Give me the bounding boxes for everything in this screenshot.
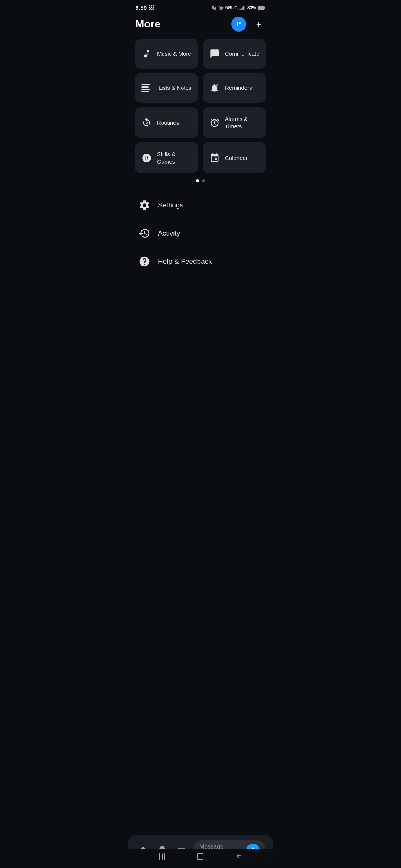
card-reminders[interactable]: Reminders xyxy=(203,73,266,103)
mute-icon xyxy=(211,5,216,10)
card-communicate-label: Communicate xyxy=(225,50,260,57)
menu-item-settings[interactable]: Settings xyxy=(136,191,265,219)
signal-icon xyxy=(239,6,245,10)
cards-grid: Music & More Communicate Lists & Notes xyxy=(128,39,273,173)
gear-icon xyxy=(138,199,150,211)
card-calendar-label: Calendar xyxy=(225,154,248,162)
network-label: 5GUC xyxy=(225,5,238,10)
alarm-icon xyxy=(209,118,220,128)
svg-rect-3 xyxy=(243,6,244,10)
svg-rect-6 xyxy=(258,6,263,9)
menu-item-activity[interactable]: Activity xyxy=(136,219,265,247)
card-routines-label: Routines xyxy=(157,119,179,126)
card-reminders-label: Reminders xyxy=(225,84,252,92)
battery-icon xyxy=(258,6,265,10)
menu-help-feedback-label: Help & Feedback xyxy=(158,257,212,266)
svg-rect-1 xyxy=(241,8,241,10)
card-music-more[interactable]: Music & More xyxy=(135,39,198,69)
skills-icon: ★ xyxy=(141,153,152,163)
card-alarms-timers[interactable]: Alarms & Timers xyxy=(203,107,266,138)
dot-2[interactable] xyxy=(202,179,205,182)
reminder-icon xyxy=(209,83,220,93)
status-bar: 9:59 🖼 5GUC 83% xyxy=(128,0,273,14)
card-routines[interactable]: Routines xyxy=(135,107,198,138)
card-lists-notes[interactable]: Lists & Notes xyxy=(135,73,198,103)
dot-1[interactable] xyxy=(196,179,199,182)
svg-rect-0 xyxy=(239,9,240,10)
svg-rect-4 xyxy=(244,6,245,10)
menu-activity-label: Activity xyxy=(158,229,180,237)
activity-icon xyxy=(138,227,150,239)
card-communicate[interactable]: Communicate xyxy=(203,39,266,69)
help-icon xyxy=(138,256,150,267)
card-skills-games-label: Skills & Games xyxy=(157,151,192,165)
card-alarms-timers-label: Alarms & Timers xyxy=(225,115,260,130)
status-left: 9:59 🖼 xyxy=(136,4,154,11)
card-music-more-label: Music & More xyxy=(157,50,191,57)
chat-icon xyxy=(209,49,220,59)
calendar-icon xyxy=(209,153,220,163)
page-title: More xyxy=(136,18,160,30)
status-time: 9:59 xyxy=(136,4,147,11)
svg-point-7 xyxy=(215,84,218,87)
page-header: More P + xyxy=(128,14,273,39)
menu-settings-label: Settings xyxy=(158,201,183,209)
routines-icon xyxy=(141,118,152,128)
battery-label: 83% xyxy=(247,5,256,10)
status-right: 5GUC 83% xyxy=(211,5,265,10)
svg-rect-2 xyxy=(242,7,242,10)
header-actions: P + xyxy=(231,17,265,32)
card-lists-notes-label: Lists & Notes xyxy=(159,84,191,92)
profile-avatar-button[interactable]: P xyxy=(231,17,246,32)
lists-icon xyxy=(141,84,153,92)
menu-list: Settings Activity Help & Feedback xyxy=(128,191,273,276)
svg-text:★: ★ xyxy=(145,155,149,160)
card-calendar[interactable]: Calendar xyxy=(203,142,266,173)
menu-item-help-feedback[interactable]: Help & Feedback xyxy=(136,247,265,276)
add-button[interactable]: + xyxy=(252,17,265,31)
location-icon xyxy=(218,5,224,10)
pagination-dots xyxy=(128,179,273,182)
card-skills-games[interactable]: ★ Skills & Games xyxy=(135,142,198,173)
music-icon xyxy=(141,49,152,59)
status-image-icon: 🖼 xyxy=(149,5,154,10)
